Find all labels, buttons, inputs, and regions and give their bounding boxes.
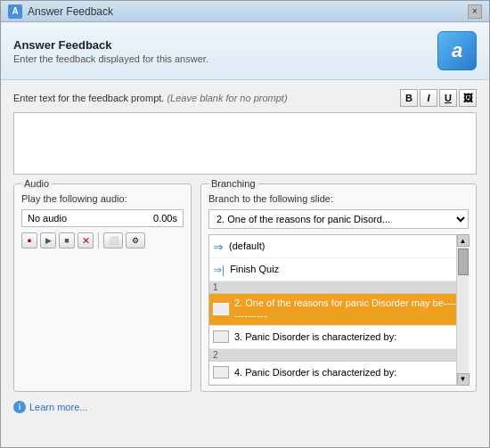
branch-item-default-label: (default) (229, 240, 464, 252)
header-section: Answer Feedback Enter the feedback displ… (1, 22, 489, 80)
branch-item-finish-label: Finish Quiz (230, 263, 464, 275)
branch-item-default[interactable]: ⇒ (default) (209, 235, 468, 258)
header-title: Answer Feedback (13, 38, 208, 52)
branch-item-slide2[interactable]: 2. One of the reasons for panic Disorder… (209, 294, 468, 326)
branch-dropdown-list: ⇒ (default) ⇒| Finish Quiz 1 (208, 234, 469, 386)
answer-feedback-window: A Answer Feedback × Answer Feedback Ente… (0, 0, 490, 448)
branch-item-slide3[interactable]: 3. Panic Disorder is characterized by: (209, 326, 468, 349)
scroll-thumb[interactable] (458, 248, 469, 275)
prompt-hint: (Leave blank for no prompt) (167, 93, 287, 103)
format-toolbar: B I U 🖼 (400, 89, 477, 107)
feedback-text-area[interactable] (13, 112, 477, 175)
options-audio-button[interactable]: ⚙ (126, 232, 145, 248)
audio-play-label: Play the following audio: (21, 193, 184, 204)
branch-item-finish[interactable]: ⇒| Finish Quiz (209, 258, 468, 281)
audio-display: No audio 0.00s (21, 209, 184, 227)
header-subtitle: Enter the feedback displayed for this an… (13, 53, 208, 64)
play-button[interactable]: ▶ (40, 232, 56, 248)
title-bar-left: A Answer Feedback (8, 4, 113, 19)
slide4-thumb-icon (213, 366, 229, 379)
branching-panel: Branching Branch to the following slide:… (200, 183, 477, 392)
window-title: Answer Feedback (28, 5, 113, 18)
arrow-end-icon: ⇒| (213, 264, 225, 276)
branch-select-row: 2. One of the reasons for panic Disord..… (208, 209, 469, 229)
dropdown-scrollbar[interactable]: ▲ ▼ (456, 234, 469, 386)
record-button[interactable]: ● (21, 232, 37, 248)
branch-item-slide2-label: 2. One of the reasons for panic Disorder… (234, 297, 464, 322)
arrow-right-icon: ⇒ (213, 240, 224, 254)
image-button[interactable]: 🖼 (459, 89, 477, 107)
audio-panel-title: Audio (21, 178, 52, 189)
branch-item-slide3-label: 3. Panic Disorder is characterized by: (234, 330, 464, 343)
title-bar: A Answer Feedback × (1, 1, 489, 22)
italic-button[interactable]: I (420, 89, 437, 107)
section-2-label: 2 (209, 349, 468, 362)
scroll-down-button[interactable]: ▼ (457, 373, 470, 386)
learn-more-link[interactable]: Learn more... (29, 402, 87, 412)
section-1-label: 1 (209, 281, 468, 294)
content-area: Enter text for the feedback prompt. (Lea… (1, 80, 489, 447)
branch-item-slide4-label: 4. Panic Disorder is characterized by: (234, 366, 464, 379)
controls-separator (98, 232, 99, 248)
audio-controls: ● ▶ ■ ✕ ⬜ ⚙ (21, 232, 184, 248)
branch-select[interactable]: 2. One of the reasons for panic Disord..… (208, 209, 469, 229)
branch-label: Branch to the following slide: (208, 193, 469, 204)
scroll-up-button[interactable]: ▲ (457, 234, 470, 247)
header-logo: a (437, 31, 477, 70)
panels-row: Audio Play the following audio: No audio… (13, 183, 477, 392)
delete-audio-button[interactable]: ✕ (78, 232, 94, 248)
slide3-thumb-icon (213, 330, 229, 343)
prompt-row: Enter text for the feedback prompt. (Lea… (13, 89, 477, 107)
stop-button[interactable]: ■ (59, 232, 75, 248)
info-icon: i (13, 401, 26, 413)
close-button[interactable]: × (468, 4, 482, 19)
underline-button[interactable]: U (439, 89, 457, 107)
audio-duration: 0.00s (153, 213, 177, 224)
branch-item-slide4[interactable]: 4. Panic Disorder is characterized by: (209, 362, 468, 385)
branching-wrapper: ⇒ (default) ⇒| Finish Quiz 1 (208, 234, 469, 386)
header-text: Answer Feedback Enter the feedback displ… (13, 38, 208, 64)
no-audio-label: No audio (28, 213, 67, 224)
audio-panel: Audio Play the following audio: No audio… (13, 183, 192, 392)
title-icon: A (8, 4, 22, 19)
slide2-thumb-icon (213, 303, 229, 315)
prompt-label: Enter text for the feedback prompt. (Lea… (13, 93, 288, 103)
branching-panel-title: Branching (208, 178, 258, 189)
import-audio-button[interactable]: ⬜ (103, 232, 123, 248)
learn-more-row: i Learn more... (13, 401, 477, 413)
bold-button[interactable]: B (400, 89, 418, 107)
